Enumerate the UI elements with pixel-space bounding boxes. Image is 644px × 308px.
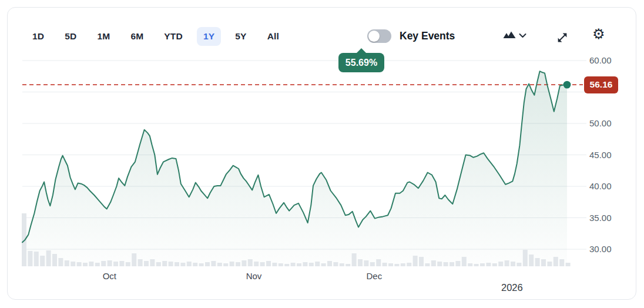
page: { "header": { "ranges": [ {"label": "1D"… (0, 0, 644, 308)
y-axis-label: 35.00 (589, 213, 625, 223)
current-price-dot (564, 81, 571, 89)
y-axis-label: 45.00 (589, 150, 625, 160)
x-axis-label-2026: 2026 (501, 282, 523, 293)
percent-change-value: 55.69% (346, 58, 377, 68)
x-axis-label-oct: Oct (103, 271, 116, 281)
y-axis-label: 30.00 (589, 244, 625, 254)
current-price-value: 56.16 (590, 79, 613, 90)
y-axis-label: 40.00 (589, 181, 625, 191)
percent-change-badge: 55.69% (338, 53, 384, 72)
x-axis-label-nov: Nov (246, 271, 262, 281)
y-axis-label: 50.00 (589, 118, 625, 128)
price-chart[interactable] (0, 0, 644, 308)
area-fill (22, 71, 567, 266)
x-axis-label-dec: Dec (366, 271, 382, 281)
y-axis-label: 60.00 (589, 55, 625, 65)
caret-up-icon (356, 48, 367, 53)
current-price-badge: 56.16 (584, 76, 618, 93)
